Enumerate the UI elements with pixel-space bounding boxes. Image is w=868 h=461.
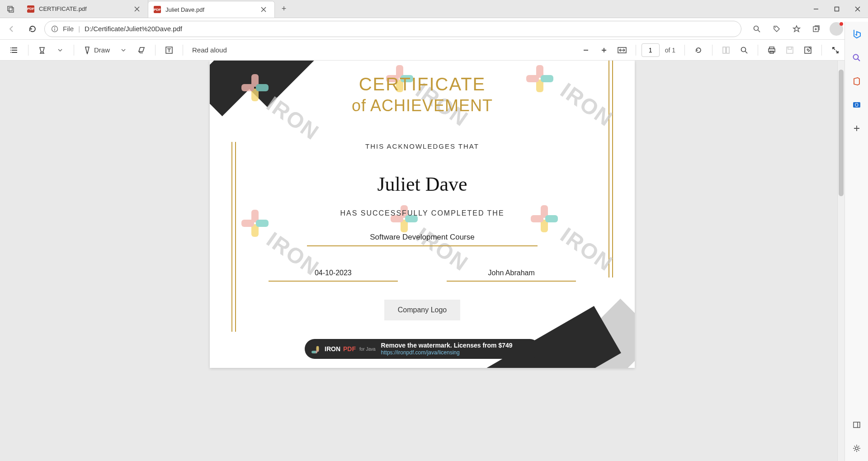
svg-point-19 (741, 47, 746, 52)
svg-rect-2 (835, 7, 839, 11)
divider (636, 45, 636, 56)
save-as-icon[interactable] (800, 42, 816, 58)
window-controls (806, 0, 868, 18)
ironpdf-brand: IRONPDF for Java (313, 344, 376, 353)
divider (821, 45, 822, 56)
svg-point-31 (855, 447, 858, 450)
certificate-ack: THIS ACKNOWLEDGES THAT (365, 142, 479, 150)
svg-point-6 (754, 26, 759, 30)
draw-button[interactable]: Draw (80, 42, 113, 58)
highlight-icon[interactable] (34, 42, 50, 58)
new-tab-button[interactable]: + (275, 0, 293, 18)
find-icon[interactable] (736, 42, 752, 58)
svg-point-27 (853, 55, 858, 60)
site-info-icon[interactable] (51, 25, 58, 33)
svg-rect-1 (9, 8, 14, 12)
tab-label: CERTIFICATE.pdf (39, 5, 87, 12)
url-separator: | (78, 25, 80, 33)
profile-button[interactable] (827, 20, 845, 38)
tab-close-button[interactable] (258, 4, 269, 15)
contents-icon[interactable] (6, 42, 23, 58)
banner-message: Remove the watermark. Licenses from $749 (381, 342, 513, 349)
address-bar: File | D:/Certificate/Juliet%20Dave.pdf (0, 18, 868, 40)
svg-point-7 (775, 27, 776, 28)
tab-juliet-dave[interactable]: PDF Juliet Dave.pdf (148, 1, 275, 18)
certificate-title: CERTIFICATE (359, 74, 486, 94)
toggle-sidebar-icon[interactable] (849, 417, 865, 433)
svg-rect-24 (788, 47, 792, 49)
pdf-favicon-icon: PDF (154, 6, 161, 13)
certificate-completed: HAS SUCCESSFULLY COMPLETED THE (340, 209, 504, 217)
divider (712, 45, 712, 56)
certificate-signer: John Abraham (447, 269, 576, 282)
favorites-icon[interactable] (788, 20, 806, 38)
certificate-subtitle: of ACHIEVEMENT (352, 96, 493, 115)
svg-point-13 (10, 50, 11, 51)
pdf-favicon-icon: PDF (27, 5, 34, 13)
ironpdf-banner[interactable]: IRONPDF for Java Remove the watermark. L… (305, 339, 540, 359)
tab-actions-icon[interactable] (0, 0, 22, 18)
divider (28, 45, 28, 56)
text-tool-icon[interactable] (161, 42, 177, 58)
page-total: of 1 (665, 47, 675, 54)
divider (758, 45, 758, 56)
office-icon[interactable] (849, 73, 865, 89)
scrollbar[interactable] (837, 61, 844, 461)
svg-point-12 (10, 47, 11, 48)
tab-close-button[interactable] (132, 4, 142, 14)
brand-iron: IRON (325, 345, 340, 353)
svg-rect-30 (854, 422, 860, 428)
sidebar-settings-icon[interactable] (849, 440, 865, 456)
shopping-icon[interactable] (768, 20, 786, 38)
page-view-icon[interactable] (718, 42, 734, 58)
scrollbar-thumb[interactable] (839, 70, 844, 196)
certificate-date: 04-10-2023 (269, 269, 398, 282)
url-text: D:/Certificate/Juliet%20Dave.pdf (85, 25, 182, 33)
zoom-out-button[interactable] (578, 42, 594, 58)
page-number-input[interactable] (642, 43, 660, 57)
divider (74, 45, 74, 56)
draw-label: Draw (94, 46, 110, 54)
zoom-icon[interactable] (748, 20, 766, 38)
url-input[interactable]: File | D:/Certificate/Juliet%20Dave.pdf (44, 21, 741, 37)
minimize-button[interactable] (806, 0, 826, 18)
search-sidebar-icon[interactable] (849, 50, 865, 66)
print-icon[interactable] (764, 42, 780, 58)
certificate-content: CERTIFICATE of ACHIEVEMENT THIS ACKNOWLE… (210, 61, 635, 368)
divider (155, 45, 156, 56)
fullscreen-icon[interactable] (827, 42, 844, 58)
add-sidebar-icon[interactable] (849, 120, 865, 136)
banner-link[interactable]: https://ironpdf.com/java/licensing (381, 350, 513, 356)
pdf-viewer[interactable]: IRON IRON IRON IRON IRON IRON CERTIFICAT… (0, 61, 844, 461)
zoom-in-button[interactable] (596, 42, 612, 58)
svg-rect-23 (787, 47, 793, 53)
maximize-button[interactable] (826, 0, 847, 18)
tab-label: Juliet Dave.pdf (165, 6, 204, 13)
svg-point-4 (54, 27, 55, 28)
outlook-icon[interactable]: O (849, 97, 865, 113)
back-button[interactable] (3, 20, 21, 38)
rotate-icon[interactable] (690, 42, 707, 58)
svg-rect-18 (726, 47, 729, 53)
tab-certificate[interactable]: PDF CERTIFICATE.pdf (22, 0, 148, 18)
close-window-button[interactable] (847, 0, 868, 18)
refresh-button[interactable] (24, 20, 42, 38)
erase-icon[interactable] (133, 42, 150, 58)
pdf-page: IRON IRON IRON IRON IRON IRON CERTIFICAT… (210, 61, 635, 368)
brand-pdf: PDF (343, 345, 356, 353)
read-aloud-button[interactable]: Read aloud (189, 42, 231, 58)
highlight-chevron-icon[interactable] (52, 42, 68, 58)
brand-for-java: for Java (359, 347, 376, 352)
svg-rect-0 (8, 6, 12, 11)
fit-width-icon[interactable] (614, 42, 630, 58)
signature-row: 04-10-2023 John Abraham (269, 269, 576, 282)
titlebar: PDF CERTIFICATE.pdf PDF Juliet Dave.pdf … (0, 0, 868, 18)
collections-icon[interactable] (807, 20, 826, 38)
svg-point-14 (10, 52, 11, 53)
edge-sidebar: O (844, 22, 868, 461)
svg-rect-17 (723, 47, 726, 53)
draw-chevron-icon[interactable] (115, 42, 132, 58)
company-logo-placeholder: Company Logo (384, 300, 461, 320)
save-icon[interactable] (782, 42, 798, 58)
bing-chat-icon[interactable] (849, 26, 865, 42)
